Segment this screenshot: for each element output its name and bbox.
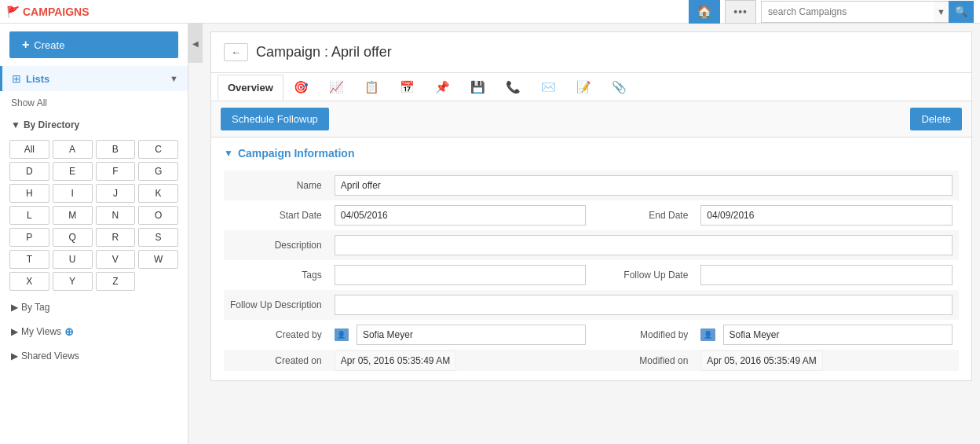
- start-date-input[interactable]: [335, 205, 587, 226]
- follow-up-description-input[interactable]: [335, 295, 953, 315]
- start-date-value-cell: [328, 200, 593, 230]
- alpha-btn-c[interactable]: C: [138, 140, 178, 159]
- by-directory-header[interactable]: ▼ By Directory: [0, 115, 188, 135]
- alpha-btn-v[interactable]: V: [96, 250, 136, 269]
- add-view-icon[interactable]: ⊕: [64, 325, 74, 338]
- attachment-icon: 📎: [612, 80, 627, 94]
- alpha-btn-m[interactable]: M: [53, 206, 93, 225]
- alpha-btn-r[interactable]: R: [96, 228, 136, 247]
- modified-on-value-cell: Apr 05, 2016 05:35:49 AM: [694, 350, 959, 371]
- search-input[interactable]: [761, 1, 934, 23]
- form-table: Name Start Date End Date: [224, 171, 959, 371]
- search-icon: 🔍: [955, 6, 967, 17]
- toolbar: Schedule Followup Delete: [211, 101, 971, 138]
- tab-attachment[interactable]: 📎: [602, 73, 637, 101]
- phone-icon: 📞: [506, 80, 521, 94]
- created-on-value-cell: Apr 05, 2016 05:35:49 AM: [328, 350, 593, 371]
- by-tag-label: By Tag: [21, 302, 49, 313]
- modified-on-label: Modified on: [592, 350, 694, 371]
- alpha-btn-h[interactable]: H: [9, 184, 49, 203]
- calendar-icon: 📅: [400, 80, 415, 94]
- table-icon: 📋: [364, 80, 379, 94]
- name-input[interactable]: [335, 175, 953, 196]
- tags-label: Tags: [224, 260, 328, 290]
- main-layout: + Create ⊞ Lists ▼ Show All ▼ By Directo…: [0, 24, 980, 444]
- page-title-prefix: Campaign :: [256, 44, 328, 60]
- tab-table[interactable]: 📋: [354, 73, 389, 101]
- alpha-btn-s[interactable]: S: [138, 228, 178, 247]
- sidebar-item-lists[interactable]: ⊞ Lists ▼: [0, 66, 188, 91]
- created-by-value-cell: 👤: [328, 320, 593, 350]
- alpha-btn-d[interactable]: D: [9, 162, 49, 181]
- delete-button[interactable]: Delete: [910, 108, 962, 130]
- alpha-btn-o[interactable]: O: [138, 206, 178, 225]
- form-row-follow-up-desc: Follow Up Description: [224, 290, 959, 320]
- create-button[interactable]: + Create: [9, 31, 178, 58]
- follow-up-date-input[interactable]: [700, 265, 953, 285]
- form-row-tags: Tags Follow Up Date: [224, 260, 959, 290]
- tab-overview-label: Overview: [228, 82, 273, 94]
- description-input[interactable]: [335, 235, 953, 255]
- alpha-btn-q[interactable]: Q: [53, 228, 93, 247]
- modified-by-input[interactable]: [723, 325, 953, 345]
- alpha-btn-g[interactable]: G: [138, 162, 178, 181]
- alpha-btn-t[interactable]: T: [9, 250, 49, 269]
- alpha-btn-l[interactable]: L: [9, 206, 49, 225]
- end-date-value-cell: [694, 200, 959, 230]
- created-on-label: Created on: [224, 350, 328, 371]
- email-icon: ✉️: [541, 80, 556, 94]
- alpha-btn-a[interactable]: A: [53, 140, 93, 159]
- plus-icon: +: [22, 38, 29, 52]
- description-value-cell: [328, 230, 959, 260]
- search-button[interactable]: 🔍: [949, 1, 974, 23]
- end-date-input[interactable]: [700, 205, 953, 226]
- my-views-row[interactable]: ▶ My Views ⊕: [0, 319, 188, 344]
- page-header: ← Campaign : April offer: [211, 32, 971, 73]
- tab-pin[interactable]: 📌: [425, 73, 460, 101]
- section-title-row[interactable]: ▼ Campaign Information: [224, 147, 959, 160]
- alpha-btn-n[interactable]: N: [96, 206, 136, 225]
- created-by-input[interactable]: [357, 325, 586, 345]
- logo-icon: 🚩: [6, 6, 20, 18]
- alpha-btn-w[interactable]: W: [138, 250, 178, 269]
- page-title: Campaign : April offer: [256, 44, 392, 61]
- alpha-btn-j[interactable]: J: [96, 184, 136, 203]
- alpha-btn-u[interactable]: U: [53, 250, 93, 269]
- by-tag-row[interactable]: ▶ By Tag: [0, 295, 188, 319]
- schedule-followup-button[interactable]: Schedule Followup: [221, 108, 329, 130]
- content-inner: ← Campaign : April offer Overview 🎯 📈: [210, 31, 972, 381]
- alpha-btn-k[interactable]: K: [138, 184, 178, 203]
- sidebar-collapse-button[interactable]: ◀: [188, 24, 203, 63]
- tab-target[interactable]: 🎯: [283, 73, 319, 101]
- alpha-btn-i[interactable]: I: [53, 184, 93, 203]
- alpha-btn-z[interactable]: Z: [96, 272, 136, 291]
- tab-note[interactable]: 📝: [566, 73, 602, 101]
- tab-save[interactable]: 💾: [460, 73, 495, 101]
- tags-input[interactable]: [335, 265, 587, 285]
- app-name: CAMPAIGNS: [23, 6, 90, 18]
- alpha-btn-f[interactable]: F: [96, 162, 136, 181]
- tab-phone[interactable]: 📞: [495, 73, 531, 101]
- alpha-btn-p[interactable]: P: [9, 228, 49, 247]
- chevron-down-icon: ▼: [11, 119, 20, 130]
- my-views-label: My Views: [21, 326, 61, 337]
- tab-overview[interactable]: Overview: [218, 75, 283, 100]
- alpha-btn-y[interactable]: Y: [53, 272, 93, 291]
- show-all-link[interactable]: Show All: [0, 91, 188, 115]
- alpha-btn-e[interactable]: E: [53, 162, 93, 181]
- chevron-down-icon: ▼: [937, 7, 945, 17]
- search-dropdown-button[interactable]: ▼: [934, 1, 949, 23]
- more-options-button[interactable]: •••: [725, 0, 756, 24]
- tab-email[interactable]: ✉️: [531, 73, 566, 101]
- lists-label: Lists: [26, 73, 170, 85]
- alpha-btn-x[interactable]: X: [9, 272, 49, 291]
- created-by-icon: 👤: [335, 328, 349, 341]
- tab-calendar[interactable]: 📅: [389, 73, 425, 101]
- alpha-btn-all[interactable]: All: [9, 140, 49, 159]
- alpha-btn-b[interactable]: B: [96, 140, 136, 159]
- shared-views-row[interactable]: ▶ Shared Views: [0, 344, 188, 368]
- back-button[interactable]: ←: [224, 43, 248, 61]
- home-button[interactable]: 🏠: [689, 0, 720, 24]
- tab-chart[interactable]: 📈: [319, 73, 354, 101]
- form-row-creators: Created by 👤 Modified by 👤: [224, 320, 959, 350]
